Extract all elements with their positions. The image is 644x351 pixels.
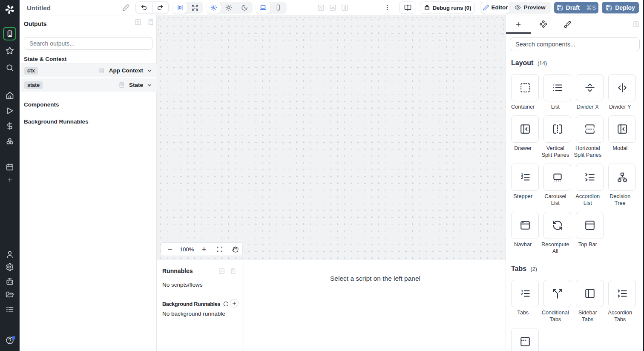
svg-text:2: 2 (521, 175, 523, 180)
svg-text:2: 2 (521, 291, 523, 296)
